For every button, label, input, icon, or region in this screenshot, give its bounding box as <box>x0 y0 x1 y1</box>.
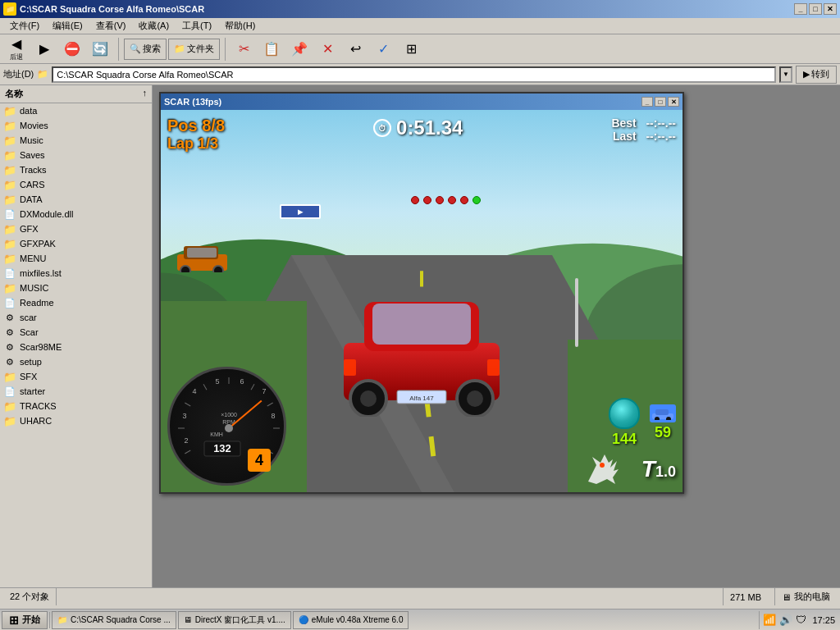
stop-icon: ⛔ <box>64 41 80 57</box>
menu-favorites[interactable]: 收藏(A) <box>132 18 176 34</box>
refresh-button[interactable]: 🔄 <box>87 37 113 62</box>
file-icon: 📄 <box>3 208 16 220</box>
status-bar: 22 个对象 271 MB 🖥 我的电脑 <box>0 587 840 605</box>
hud-center: ⏱ 0:51.34 <box>373 116 463 139</box>
search-button[interactable]: 🔍 搜索 <box>124 39 167 60</box>
stop-button[interactable]: ⛔ <box>59 37 85 62</box>
game-logo: T 1.0 <box>584 453 676 486</box>
sidebar-item-starter[interactable]: 📄 starter <box>0 384 152 399</box>
sidebar-item-movies[interactable]: 📁 Movies <box>0 118 152 133</box>
windows-logo-icon: ⊞ <box>9 614 19 627</box>
status-items-count: 22 个对象 <box>3 588 57 605</box>
svg-text:KMH: KMH <box>210 431 223 437</box>
cut-button[interactable]: ✂ <box>231 37 257 62</box>
status-memory: 271 MB <box>723 588 768 605</box>
sidebar-item-music[interactable]: 📁 Music <box>0 133 152 148</box>
sidebar-item-dxmodule[interactable]: 📄 DXModule.dll <box>0 207 152 221</box>
view-button[interactable]: ⊞ <box>398 37 424 62</box>
svg-text:5: 5 <box>215 377 219 386</box>
sidebar-item-tracks-upper[interactable]: 📁 TRACKS <box>0 399 152 413</box>
copy-button[interactable]: 📋 <box>258 37 285 62</box>
go-button[interactable]: ▶ 转到 <box>796 66 837 84</box>
sidebar-item-scar98me[interactable]: ⚙ Scar98ME <box>0 340 152 354</box>
menu-bar: 文件(F) 编辑(E) 查看(V) 收藏(A) 工具(T) 帮助(H) <box>0 18 840 34</box>
sidebar-header: 名称 ↑ <box>0 85 152 103</box>
address-bar: 地址(D) 📁 ▼ ▶ 转到 <box>0 64 840 85</box>
computer-icon: 🖥 <box>782 592 791 602</box>
taskbar-item-emule[interactable]: 🔵 eMule v0.48a Xtreme 6.0 <box>293 611 409 629</box>
sidebar-item-menu[interactable]: 📁 MENU <box>0 251 152 266</box>
checkpoint-dot-5 <box>460 196 468 204</box>
taskbar-item-explorer[interactable]: 📁 C:\SCAR Squadra Corse ... <box>52 611 176 629</box>
close-button[interactable]: ✕ <box>824 3 837 15</box>
undo-icon: ↩ <box>350 41 361 57</box>
file-icon: ⚙ <box>3 312 16 323</box>
file-icon: 📄 <box>3 297 16 308</box>
hud-top: Pos 8/8 Lap 1/3 ⏱ 0:51.34 Best --:--.-- … <box>167 116 676 153</box>
back-button[interactable]: ◀ 后退 <box>3 37 30 62</box>
emule-icon: 🔵 <box>299 615 308 624</box>
sidebar-item-datadir[interactable]: 📁 DATA <box>0 192 152 207</box>
helmet-group: 144 <box>609 398 640 448</box>
best-label: Best <box>611 116 636 130</box>
folder-button[interactable]: 📁 文件夹 <box>168 39 220 60</box>
hud-position: Pos 8/8 <box>167 116 225 135</box>
taskbar: ⊞ 开始 📁 C:\SCAR Squadra Corse ... 🖥 Direc… <box>0 609 840 630</box>
taskbar-item-directx[interactable]: 🖥 DirectX 窗口化工具 v1.... <box>178 611 291 629</box>
barrier-sign: ▶ <box>280 204 321 219</box>
sidebar-item-gfxpak[interactable]: 📁 GFXPAK <box>0 236 152 251</box>
hud-lap: Lap 1/3 <box>167 135 225 153</box>
check-button[interactable]: ✓ <box>370 37 396 62</box>
sidebar-item-saves[interactable]: 📁 Saves <box>0 148 152 162</box>
minimize-button[interactable]: _ <box>794 3 807 15</box>
folder-icon: 📁 <box>3 149 16 161</box>
game-maximize-button[interactable]: □ <box>655 97 666 107</box>
game-title-text: SCAR (13fps) <box>164 97 221 107</box>
folder-small-icon: 📁 <box>37 69 48 80</box>
cut-icon: ✂ <box>239 41 249 57</box>
separator-2 <box>225 38 226 61</box>
address-input[interactable] <box>52 66 776 83</box>
volume-icon: 🔊 <box>779 614 792 627</box>
sidebar-item-sfx[interactable]: 📁 SFX <box>0 369 152 384</box>
svg-point-53 <box>600 463 605 468</box>
menu-view[interactable]: 查看(V) <box>89 18 133 34</box>
sidebar-item-scar-lower[interactable]: ⚙ scar <box>0 310 152 325</box>
sidebar-item-uharc[interactable]: 📁 UHARC <box>0 413 152 428</box>
menu-file[interactable]: 文件(F) <box>3 18 46 34</box>
svg-text:4: 4 <box>192 387 196 395</box>
window-icon: 📁 <box>3 2 16 16</box>
address-dropdown[interactable]: ▼ <box>779 66 792 83</box>
toolbar: ◀ 后退 ▶ ⛔ 🔄 🔍 搜索 📁 文件夹 ✂ 📋 📌 ✕ ↩ ✓ ⊞ <box>0 34 840 64</box>
sidebar-item-tracks[interactable]: 📁 Tracks <box>0 162 152 177</box>
copy-icon: 📋 <box>263 41 280 57</box>
menu-help[interactable]: 帮助(H) <box>218 18 262 34</box>
game-close-button[interactable]: ✕ <box>668 97 679 107</box>
svg-line-29 <box>203 384 207 390</box>
game-minimize-button[interactable]: _ <box>641 97 653 107</box>
start-button[interactable]: ⊞ 开始 <box>2 611 48 629</box>
sidebar-item-cars[interactable]: 📁 CARS <box>0 177 152 192</box>
maximize-button[interactable]: □ <box>809 3 822 15</box>
menu-edit[interactable]: 编辑(E) <box>46 18 89 34</box>
sidebar-item-data[interactable]: 📁 data <box>0 103 152 118</box>
delete-button[interactable]: ✕ <box>314 37 340 62</box>
sidebar-item-setup[interactable]: ⚙ setup <box>0 354 152 369</box>
sidebar-item-mixfiles[interactable]: 📄 mixfiles.lst <box>0 266 152 281</box>
game-area: SCAR (13fps) _ □ ✕ <box>153 85 840 587</box>
sidebar-item-gfx[interactable]: 📁 GFX <box>0 221 152 236</box>
undo-button[interactable]: ↩ <box>342 37 368 62</box>
best-value: --:--.-- <box>646 116 676 130</box>
clock-display: 17:25 <box>812 615 835 625</box>
sidebar-item-readme[interactable]: 📄 Readme <box>0 295 152 310</box>
sidebar-item-scar-upper[interactable]: ⚙ Scar <box>0 325 152 340</box>
go-arrow-icon: ▶ <box>803 69 810 80</box>
menu-tools[interactable]: 工具(T) <box>176 18 218 34</box>
sidebar-item-musicdir[interactable]: 📁 MUSIC <box>0 281 152 295</box>
game-title-bar: SCAR (13fps) _ □ ✕ <box>161 94 682 110</box>
svg-text:6: 6 <box>240 377 244 386</box>
paste-button[interactable]: 📌 <box>286 37 313 62</box>
game-screen: ▶ <box>161 110 682 492</box>
forward-button[interactable]: ▶ <box>31 37 57 62</box>
folder-icon: 📁 <box>3 253 16 264</box>
